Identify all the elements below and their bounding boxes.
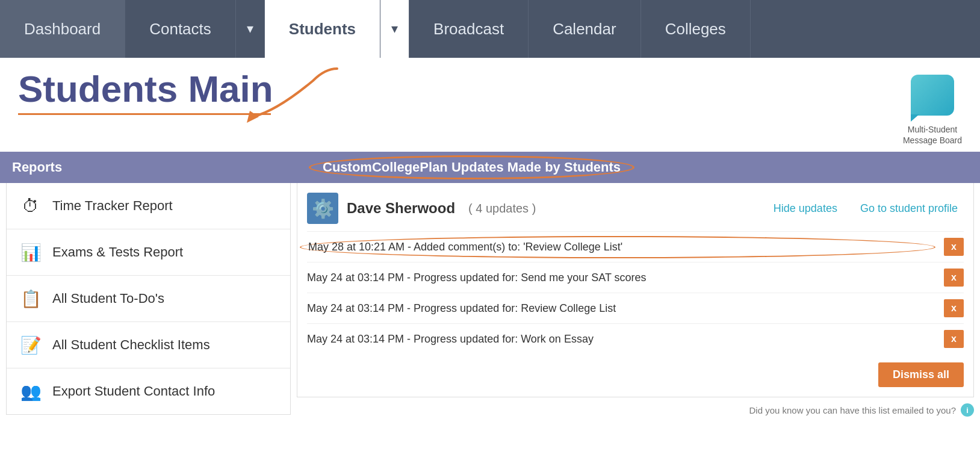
report-exams-tests-label: Exams & Tests Report xyxy=(52,244,183,260)
nav-contacts-dropdown[interactable]: ▾ xyxy=(236,0,265,58)
message-board-button[interactable]: Multi-StudentMessage Board xyxy=(903,75,962,146)
dismiss-all-button[interactable]: Dismiss all xyxy=(878,362,964,387)
nav-students-dropdown[interactable]: ▾ xyxy=(380,0,409,58)
updates-panel: CustomCollegePlan Updates Made by Studen… xyxy=(297,152,980,417)
update-row: May 24 at 03:14 PM - Progress updated fo… xyxy=(307,293,964,323)
report-list: ⏱ Time Tracker Report 📊 Exams & Tests Re… xyxy=(6,183,291,415)
report-exams-tests[interactable]: 📊 Exams & Tests Report xyxy=(7,229,290,276)
update-text-4: May 24 at 03:14 PM - Progress updated fo… xyxy=(307,333,935,346)
nav-bar: Dashboard Contacts ▾ Students ▾ Broadcas… xyxy=(0,0,980,58)
student-avatar: ⚙️ xyxy=(307,193,338,224)
dismiss-button-4[interactable]: x xyxy=(944,330,964,348)
report-time-tracker[interactable]: ⏱ Time Tracker Report xyxy=(7,183,290,229)
page-header: Students Main Multi-StudentMessage Board xyxy=(0,58,980,152)
arrow-annotation xyxy=(217,63,361,135)
avatar-icon: ⚙️ xyxy=(312,198,334,219)
nav-contacts[interactable]: Contacts xyxy=(125,0,236,58)
message-board-label: Multi-StudentMessage Board xyxy=(903,124,962,146)
update-text-3: May 24 at 03:14 PM - Progress updated fo… xyxy=(307,302,935,315)
nav-dashboard[interactable]: Dashboard xyxy=(0,0,125,58)
report-export-contacts-label: Export Student Contact Info xyxy=(52,384,215,399)
dismiss-button-3[interactable]: x xyxy=(944,299,964,317)
message-board-icon xyxy=(911,75,954,116)
update-text-1: May 28 at 10:21 AM - Added comment(s) to… xyxy=(300,236,935,258)
student-name: Dave Sherwood xyxy=(347,200,455,217)
time-tracker-icon: ⏱ xyxy=(19,194,43,218)
update-text-2: May 24 at 03:14 PM - Progress updated fo… xyxy=(307,272,935,284)
svg-marker-0 xyxy=(247,111,259,123)
nav-students[interactable]: Students xyxy=(265,0,380,58)
reports-sidebar: Reports ⏱ Time Tracker Report 📊 Exams & … xyxy=(0,152,297,417)
reports-section-header: Reports xyxy=(0,152,297,183)
go-to-profile-link[interactable]: Go to student profile xyxy=(860,202,958,215)
report-all-todos[interactable]: 📋 All Student To-Do's xyxy=(7,276,290,322)
updates-container: ⚙️ Dave Sherwood ( 4 updates ) Hide upda… xyxy=(297,183,974,397)
report-checklist-label: All Student Checklist Items xyxy=(52,337,210,353)
checklist-icon: 📝 xyxy=(19,333,43,357)
update-row: May 24 at 03:14 PM - Progress updated fo… xyxy=(307,323,964,354)
report-checklist[interactable]: 📝 All Student Checklist Items xyxy=(7,322,290,368)
update-row: May 28 at 10:21 AM - Added comment(s) to… xyxy=(307,231,964,262)
updates-count: ( 4 updates ) xyxy=(468,202,536,216)
dismiss-all-row: Dismiss all xyxy=(307,362,964,387)
updates-section-label: CustomCollegePlan Updates Made by Studen… xyxy=(309,155,634,179)
student-row: ⚙️ Dave Sherwood ( 4 updates ) Hide upda… xyxy=(307,193,964,224)
report-export-contacts[interactable]: 👥 Export Student Contact Info xyxy=(7,368,290,414)
dismiss-button-1[interactable]: x xyxy=(944,238,964,256)
nav-colleges[interactable]: Colleges xyxy=(641,0,751,58)
all-todos-icon: 📋 xyxy=(19,287,43,311)
dismiss-button-2[interactable]: x xyxy=(944,269,964,287)
main-content: Reports ⏱ Time Tracker Report 📊 Exams & … xyxy=(0,152,980,429)
exams-tests-icon: 📊 xyxy=(19,240,43,264)
email-tip: Did you know you can have this list emai… xyxy=(297,403,980,417)
nav-broadcast[interactable]: Broadcast xyxy=(409,0,529,58)
report-all-todos-label: All Student To-Do's xyxy=(52,291,164,306)
export-contacts-icon: 👥 xyxy=(19,379,43,403)
email-tip-text: Did you know you can have this list emai… xyxy=(749,405,956,415)
reports-label: Reports xyxy=(12,160,62,175)
page-title-wrap: Students Main xyxy=(18,69,273,115)
info-icon[interactable]: i xyxy=(961,403,974,417)
update-row: May 24 at 03:14 PM - Progress updated fo… xyxy=(307,262,964,293)
hide-updates-link[interactable]: Hide updates xyxy=(774,202,837,215)
updates-section-header: CustomCollegePlan Updates Made by Studen… xyxy=(297,152,980,183)
report-time-tracker-label: Time Tracker Report xyxy=(52,198,173,214)
nav-calendar[interactable]: Calendar xyxy=(529,0,641,58)
